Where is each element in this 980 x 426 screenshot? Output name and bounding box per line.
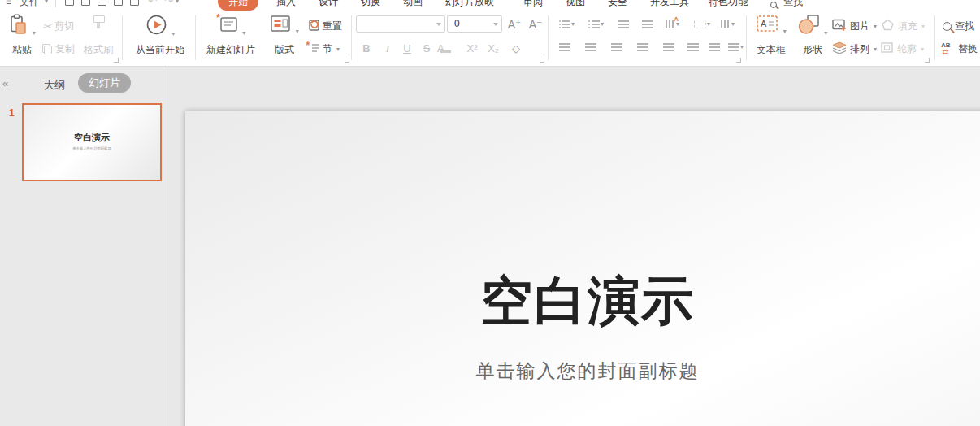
decrease-font-button[interactable]: A⁻ xyxy=(527,15,544,33)
group-corner xyxy=(114,58,119,63)
align-right-button[interactable] xyxy=(611,42,622,51)
outline-button[interactable]: 轮廓 xyxy=(881,41,924,57)
clear-format-button[interactable] xyxy=(507,40,525,58)
paste-button[interactable]: 粘贴 xyxy=(5,13,39,38)
space-before-button[interactable] xyxy=(687,42,699,51)
new-slide-button[interactable]: * 新建幻灯片 xyxy=(200,13,262,38)
undo-icon[interactable] xyxy=(148,0,157,11)
slide-canvas[interactable]: 空白演示 单击输入您的封面副标题 xyxy=(185,111,980,426)
group-divider xyxy=(351,15,352,60)
font-size-combo[interactable]: 0 xyxy=(447,15,502,33)
search-icon[interactable] xyxy=(770,0,777,11)
slide-title[interactable]: 空白演示 xyxy=(185,266,980,337)
bullet-list-icon xyxy=(559,20,570,28)
print-preview-icon[interactable] xyxy=(114,0,123,6)
tab-design[interactable]: 设计 xyxy=(319,0,338,11)
reset-button[interactable]: 重置 xyxy=(306,18,342,34)
bold-button[interactable]: B xyxy=(358,40,375,58)
print-icon[interactable] xyxy=(98,0,106,6)
group-divider xyxy=(934,15,935,60)
section-button[interactable]: * 节 xyxy=(306,41,340,57)
underline-button[interactable]: U xyxy=(398,40,416,58)
picture-button[interactable]: 图片 xyxy=(832,18,877,34)
tab-view[interactable]: 视图 xyxy=(566,0,585,11)
tab-developer[interactable]: 开发工具 xyxy=(650,0,689,11)
format-painter-button[interactable]: 格式刷 xyxy=(81,13,115,33)
textbox-icon: A xyxy=(756,14,778,37)
find-icon xyxy=(943,22,952,31)
paste-label: 粘贴 xyxy=(5,43,39,57)
increase-font-button[interactable]: A⁺ xyxy=(505,15,523,33)
redo-caret-icon[interactable] xyxy=(176,0,179,11)
tab-special-features[interactable]: 特色功能 xyxy=(709,0,748,11)
increase-indent-button[interactable] xyxy=(642,20,653,28)
combo-caret-icon[interactable] xyxy=(436,23,441,26)
subscript-button[interactable]: X₂ xyxy=(484,40,502,58)
redo-icon[interactable] xyxy=(164,0,173,11)
file-menu[interactable]: 文件 xyxy=(20,0,39,11)
slide-number: 1 xyxy=(9,107,15,119)
slide-thumbnail[interactable]: 空白演示 单击输入您的封面副标题 xyxy=(22,103,162,181)
play-from-current-button[interactable]: 从当前开始 xyxy=(127,13,193,39)
new-slide-label: 新建幻灯片 xyxy=(200,43,262,57)
find-label: 查找 xyxy=(955,20,974,33)
space-before-icon xyxy=(687,42,699,51)
textbox-button[interactable]: A 文本框 xyxy=(752,13,791,37)
vertical-text-button[interactable] xyxy=(720,19,735,28)
svg-text:A: A xyxy=(761,19,767,28)
tab-review[interactable]: 审阅 xyxy=(523,0,543,11)
align-left-button[interactable] xyxy=(559,42,570,51)
font-name-combo[interactable] xyxy=(356,15,445,33)
shapes-button[interactable]: 形状 xyxy=(795,13,830,38)
justify-button[interactable] xyxy=(637,42,648,51)
file-menu-caret-icon[interactable] xyxy=(45,0,48,11)
collapse-panel-icon[interactable] xyxy=(2,77,7,89)
text-direction-button[interactable]: A xyxy=(665,19,679,28)
decrease-indent-button[interactable] xyxy=(618,20,629,28)
justify-icon xyxy=(637,42,648,51)
textbox-label: 文本框 xyxy=(752,43,791,57)
cut-button[interactable]: 剪切 xyxy=(42,18,74,34)
layout-button[interactable]: 版式 xyxy=(267,13,302,37)
tab-home[interactable]: 开始 xyxy=(218,0,258,11)
replace-button[interactable]: 替换 xyxy=(941,41,978,57)
share-icon[interactable] xyxy=(130,0,139,6)
svg-text:*: * xyxy=(306,41,310,51)
fill-button[interactable]: 填充 xyxy=(881,18,925,34)
strikethrough-button[interactable]: S xyxy=(418,40,436,58)
fill-label: 填充 xyxy=(898,20,917,33)
content-placeholder-button[interactable] xyxy=(694,20,710,28)
distribute-button[interactable] xyxy=(663,42,674,51)
tab-slides[interactable]: 幻灯片 xyxy=(78,73,131,93)
tab-insert[interactable]: 插入 xyxy=(276,0,296,11)
align-center-button[interactable] xyxy=(585,42,596,51)
combo-caret-icon[interactable] xyxy=(493,23,498,26)
save-icon[interactable] xyxy=(65,0,74,6)
slide-subtitle[interactable]: 单击输入您的封面副标题 xyxy=(185,359,980,384)
bullets-button[interactable] xyxy=(559,20,575,28)
tab-outline[interactable]: 大纲 xyxy=(44,78,65,93)
tab-animation[interactable]: 动画 xyxy=(403,0,423,11)
search-label[interactable]: 查找 xyxy=(783,0,803,11)
font-color-button[interactable]: A xyxy=(437,42,444,54)
italic-button[interactable]: I xyxy=(379,40,397,58)
group-divider xyxy=(548,15,549,60)
tab-transitions[interactable]: 切换 xyxy=(361,0,380,11)
group-corner xyxy=(736,58,741,63)
hamburger-menu-icon[interactable] xyxy=(6,0,11,11)
numbered-list-icon xyxy=(588,20,600,28)
increase-indent-icon xyxy=(642,20,653,28)
line-spacing-button[interactable] xyxy=(728,42,744,51)
space-after-button[interactable] xyxy=(709,42,720,51)
tab-slideshow[interactable]: 幻灯片放映 xyxy=(445,0,494,11)
superscript-button[interactable]: X² xyxy=(463,40,481,58)
export-icon[interactable] xyxy=(81,0,90,6)
tab-security[interactable]: 安全 xyxy=(608,0,627,11)
arrange-button[interactable]: 排列 xyxy=(832,41,877,57)
play-icon xyxy=(145,14,167,39)
text-direction-icon: A xyxy=(665,19,675,28)
format-painter-label: 格式刷 xyxy=(81,43,115,57)
find-button[interactable]: 查找 xyxy=(943,18,974,34)
copy-button[interactable]: 复制 xyxy=(42,41,75,57)
numbering-button[interactable] xyxy=(588,20,604,28)
